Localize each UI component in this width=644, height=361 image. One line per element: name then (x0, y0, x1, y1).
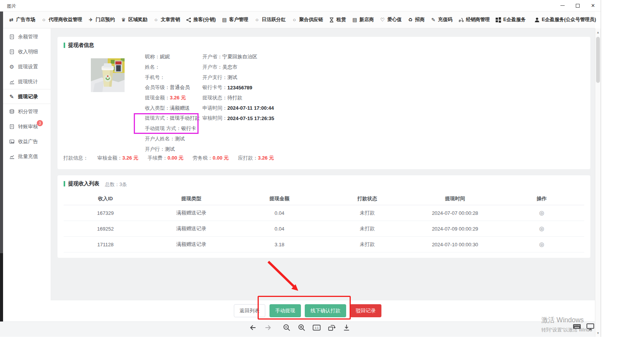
withdraw-income-card: 提现收入列表 总数：3条 收入ID提现类型提现金额打款状态提现时间操作 1673… (58, 175, 590, 258)
payment-item: 劳务税：0.00 元 (193, 155, 229, 162)
actual-size-icon[interactable]: 1:1 (312, 323, 321, 332)
payment-item: 应打款：3.26 元 (238, 155, 274, 162)
download-icon[interactable] (342, 323, 351, 332)
nav-right-item-2[interactable]: E企盈服务(公众号管理员) (534, 16, 596, 23)
zoom-in-icon[interactable] (297, 323, 306, 332)
field-label: 会员等级： (145, 84, 170, 91)
sidebar-item-label: 批量充值 (18, 153, 38, 160)
maximize-icon (576, 4, 580, 8)
payment-info-row: 打款信息： 审核金额：3.26 元手续费：0.00 元劳务税：0.00 元应打款… (63, 155, 274, 162)
back-arrow-icon[interactable] (248, 323, 258, 332)
avatar (91, 58, 125, 92)
plane-icon: ✈ (88, 17, 94, 23)
nav-item-label: 日活跃分红 (262, 16, 286, 23)
field-label: 申请时间： (202, 105, 227, 112)
field-label: 提现状态： (202, 94, 227, 101)
eye-icon[interactable]: ◎ (539, 209, 544, 216)
nav-item-1[interactable]: ⇄广告市场 (8, 16, 35, 23)
sidebar-item-label: 收益广告 (18, 138, 38, 145)
magenta-annotation-box (134, 113, 199, 134)
field-label: 银行卡号： (202, 84, 227, 91)
sidebar-item-3[interactable]: ⚙提现设置 (3, 59, 51, 74)
nav-item-label: 聚合供应链 (299, 16, 323, 23)
nav-item-label: 推客(分销) (194, 16, 216, 23)
nav-item-8[interactable]: ○日活跃分红 (254, 16, 286, 23)
table-cell: 0.04 (235, 210, 324, 216)
eye-icon[interactable]: ◎ (539, 225, 544, 232)
close-button[interactable]: ✕ (585, 0, 601, 11)
table-cell-action: ◎ (499, 241, 584, 248)
zoom-out-icon[interactable] (282, 323, 291, 332)
stack-icon (9, 109, 15, 114)
chart-icon (9, 153, 15, 159)
info-field: 审核时间：2024-07-15 17:26:35 (202, 113, 274, 124)
nav-item-label: 爱心值 (387, 16, 402, 23)
nav-item-11[interactable]: ▤新店商 (352, 16, 374, 23)
circle-icon: ○ (153, 17, 159, 23)
nav-item-15[interactable]: 经销商管理 (458, 16, 490, 23)
field-value: 普通会员 (170, 84, 190, 91)
sidebar-item-6[interactable]: 积分管理 (3, 104, 51, 119)
close-icon: ✕ (591, 3, 595, 8)
nav-item-4[interactable]: ♛区域奖励 (121, 16, 148, 23)
scroll-down-arrow-icon[interactable]: ▼ (595, 330, 601, 336)
nav-item-12[interactable]: ♡爱心值 (380, 16, 402, 23)
nav-item-6[interactable]: 推客(分销) (186, 16, 216, 23)
column-header: 提现金额 (235, 195, 324, 202)
payment-info-label: 打款信息： (63, 155, 88, 162)
payment-item-label: 手续费： (148, 155, 168, 162)
table-row: 167329满额赠送记录0.04未打款2024-07-07 00:00:28◎ (64, 205, 584, 221)
sidebar-item-1[interactable]: 余额管理 (3, 29, 51, 44)
left-scrollbar-thumb (0, 253, 3, 321)
sidebar-item-label: 提现统计 (18, 78, 38, 85)
sidebar-item-7[interactable]: 转账审核3 (3, 119, 51, 134)
rotate-icon[interactable] (327, 323, 336, 332)
nav-item-3[interactable]: ✈门店预约 (88, 16, 115, 23)
reject-record-button[interactable]: 驳回记录 (350, 304, 381, 317)
list-section-title: 提现收入列表 (64, 180, 99, 187)
circle-icon: ○ (41, 17, 47, 23)
forward-arrow-icon[interactable] (263, 323, 273, 332)
minimize-button[interactable] (555, 0, 570, 11)
image-viewer-window: 图片 ✕ ⇄广告市场○代理商收益管理✈门店预约♛区域奖励○文章营销推客(分销)▤… (0, 0, 601, 337)
top-nav: ⇄广告市场○代理商收益管理✈门店预约♛区域奖励○文章营销推客(分销)▤客户管理○… (3, 12, 595, 28)
nav-item-2[interactable]: ○代理商收益管理 (41, 16, 82, 23)
info-section-title: 提现者信息 (64, 42, 94, 49)
sidebar-item-4[interactable]: 提现统计 (3, 74, 51, 89)
field-label: 开户支行： (202, 74, 227, 81)
nav-item-7[interactable]: ▤客户管理 (222, 16, 248, 23)
nav-item-13[interactable]: ♻招商 (407, 16, 425, 23)
scroll-up-arrow-icon[interactable]: ▲ (595, 29, 601, 35)
nav-item-14[interactable]: ✎充值码 (430, 16, 453, 23)
svg-text:1:1: 1:1 (315, 326, 319, 330)
table-cell: 未打款 (324, 225, 411, 232)
scrollbar-thumb[interactable] (596, 37, 600, 83)
eye-icon[interactable]: ◎ (539, 241, 544, 247)
info-field: 姓名： (145, 62, 200, 73)
sidebar-item-2[interactable]: 收入明细 (3, 44, 51, 59)
nav-item-5[interactable]: ○文章营销 (153, 16, 180, 23)
right-scrollbar: ▲ ▼ (595, 28, 601, 337)
nav-item-9[interactable]: ○聚合供应链 (291, 16, 323, 23)
table-cell: 满额赠送记录 (147, 209, 235, 216)
nav-item-label: 客户管理 (229, 16, 248, 23)
nav-item-10[interactable]: 租赁 (329, 16, 346, 23)
sidebar-item-9[interactable]: 批量充值 (3, 149, 51, 164)
screen: 图片 ✕ ⇄广告市场○代理商收益管理✈门店预约♛区域奖励○文章营销推客(分销)▤… (0, 0, 644, 361)
field-value: 妮妮 (160, 53, 170, 60)
payment-item: 手续费：0.00 元 (148, 155, 184, 162)
table-body: 167329满额赠送记录0.04未打款2024-07-07 00:00:28◎1… (64, 205, 584, 252)
nav-right-item-1[interactable]: E企盈服务 (496, 16, 526, 23)
sidebar-item-5[interactable]: ✎提现记录 (3, 89, 51, 104)
nav-item-label: 区域奖励 (128, 16, 148, 23)
info-field: 银行卡号：123456789 (202, 82, 274, 93)
table-cell: 未打款 (324, 241, 411, 248)
maximize-button[interactable] (570, 0, 585, 11)
notification-badge: 3 (37, 120, 43, 126)
table-cell: 2024-07-10 00:00:30 (411, 242, 499, 247)
field-value: 测试 (165, 146, 175, 153)
payment-item-value: 3.26 元 (258, 155, 274, 162)
sidebar-item-8[interactable]: 收益广告 (3, 134, 51, 149)
column-header: 收入ID (64, 195, 147, 202)
heart-icon: ♡ (380, 17, 385, 23)
